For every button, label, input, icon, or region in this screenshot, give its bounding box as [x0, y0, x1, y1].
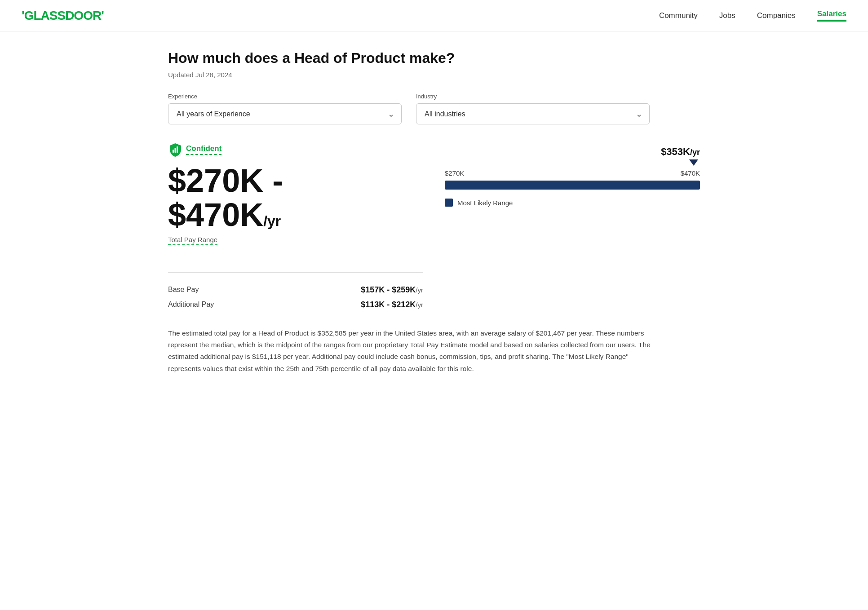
median-label: $353K/yr	[661, 146, 700, 158]
confident-badge: Confident	[168, 142, 423, 157]
salary-right: $353K/yr $270K $470K Most Likely Range	[445, 142, 700, 207]
confident-label: Confident	[186, 144, 221, 155]
pay-breakdown: Base Pay $157K - $259K/yr Additional Pay…	[168, 285, 423, 309]
salary-range-high: $470K	[168, 197, 263, 233]
nav-companies[interactable]: Companies	[757, 11, 796, 20]
range-label-low: $270K	[445, 169, 464, 177]
nav-salaries[interactable]: Salaries	[817, 9, 846, 22]
industry-select[interactable]: All industries	[416, 103, 650, 124]
additional-pay-row: Additional Pay $113K - $212K/yr	[168, 300, 423, 309]
svg-rect-1	[175, 148, 176, 153]
experience-label: Experience	[168, 93, 402, 100]
salary-range-bar	[445, 181, 700, 190]
filters-section: Experience All years of Experience ⌄ Ind…	[168, 93, 700, 124]
header: 'GLASSDOOR' Community Jobs Companies Sal…	[0, 0, 868, 31]
main-content: How much does a Head of Product make? Up…	[146, 31, 722, 393]
base-pay-row: Base Pay $157K - $259K/yr	[168, 285, 423, 295]
salary-left: Confident $270K - $470K/yr Total Pay Ran…	[168, 142, 423, 309]
main-nav: Community Jobs Companies Salaries	[659, 9, 846, 22]
divider	[168, 272, 423, 273]
median-value-row: $353K/yr	[445, 146, 700, 159]
salary-description: The estimated total pay for a Head of Pr…	[168, 327, 662, 375]
caret-down-indicator	[445, 159, 698, 166]
range-labels: $270K $470K	[445, 169, 700, 177]
salary-range-low: $270K	[168, 163, 263, 199]
salary-per-yr: /yr	[263, 213, 281, 229]
additional-pay-label: Additional Pay	[168, 301, 214, 309]
legend-label: Most Likely Range	[457, 199, 513, 207]
nav-jobs[interactable]: Jobs	[719, 11, 735, 20]
confident-shield-icon	[168, 142, 182, 157]
additional-pay-value: $113K - $212K/yr	[361, 300, 423, 309]
industry-label: Industry	[416, 93, 650, 100]
svg-rect-2	[177, 146, 178, 153]
range-label-high: $470K	[681, 169, 700, 177]
nav-community[interactable]: Community	[659, 11, 698, 20]
base-pay-label: Base Pay	[168, 286, 199, 294]
experience-select[interactable]: All years of Experience	[168, 103, 402, 124]
legend: Most Likely Range	[445, 199, 700, 207]
updated-date: Updated Jul 28, 2024	[168, 71, 700, 79]
salary-range-dash: -	[272, 163, 283, 199]
salary-range-display: $270K - $470K/yr	[168, 164, 423, 232]
base-pay-value: $157K - $259K/yr	[361, 285, 423, 295]
logo-apostrophe-right: '	[101, 9, 104, 22]
experience-select-wrapper: All years of Experience ⌄	[168, 103, 402, 124]
caret-triangle-icon	[689, 159, 698, 166]
svg-rect-0	[173, 150, 174, 153]
salary-section: Confident $270K - $470K/yr Total Pay Ran…	[168, 142, 700, 309]
industry-filter-group: Industry All industries ⌄	[416, 93, 650, 124]
logo[interactable]: 'GLASSDOOR'	[22, 9, 104, 23]
industry-select-wrapper: All industries ⌄	[416, 103, 650, 124]
total-pay-label: Total Pay Range	[168, 236, 217, 245]
legend-color-box	[445, 199, 453, 207]
page-title: How much does a Head of Product make?	[168, 49, 700, 66]
experience-filter-group: Experience All years of Experience ⌄	[168, 93, 402, 124]
